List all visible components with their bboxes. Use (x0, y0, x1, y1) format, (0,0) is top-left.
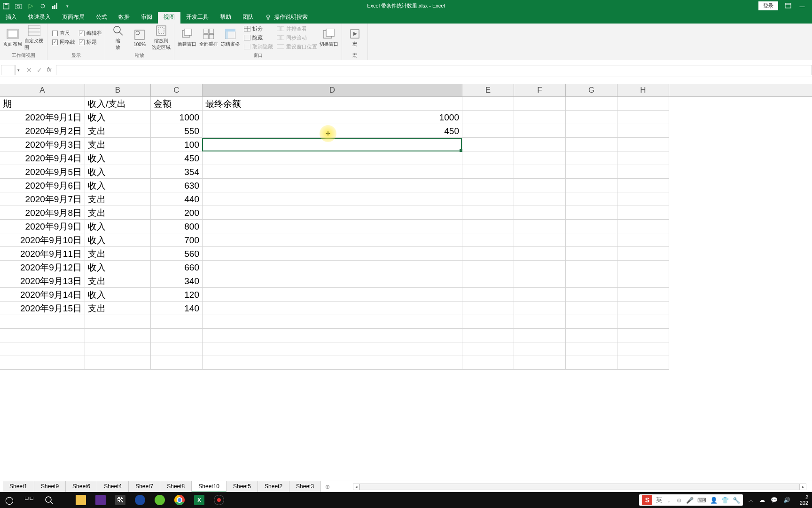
cell[interactable] (514, 274, 566, 288)
cell[interactable] (203, 288, 462, 302)
cell[interactable]: 560 (151, 247, 203, 261)
cell[interactable] (462, 179, 514, 192)
sheet-tab[interactable]: Sheet1 (3, 481, 34, 492)
cell[interactable] (203, 315, 462, 329)
cell[interactable]: 450 (151, 151, 203, 165)
cell[interactable] (617, 220, 669, 233)
cell[interactable]: 期 (0, 97, 85, 111)
gridlines-checkbox[interactable]: ✓网格线 (52, 39, 75, 46)
freeze-panes-button[interactable]: 冻结窗格 (220, 24, 240, 51)
cell[interactable]: 630 (151, 179, 203, 192)
col-head-e[interactable]: E (462, 84, 514, 96)
custom-views-button[interactable]: 自定义视图 (24, 24, 44, 51)
cell[interactable] (203, 151, 462, 165)
page-layout-view-button[interactable]: 页面布局 (3, 24, 23, 51)
cell[interactable] (462, 315, 514, 329)
cell[interactable] (462, 220, 514, 233)
cell[interactable] (514, 356, 566, 370)
cell[interactable] (462, 247, 514, 261)
cell[interactable] (617, 192, 669, 206)
zoom-button[interactable]: 缩 放 (108, 24, 128, 51)
split-button[interactable]: 拆分 (244, 25, 273, 32)
wechat-icon[interactable] (150, 493, 169, 507)
cell[interactable]: 支出 (85, 138, 151, 151)
cell[interactable] (566, 179, 617, 192)
cell[interactable] (203, 206, 462, 220)
cell[interactable] (617, 179, 669, 192)
cell[interactable] (617, 274, 669, 288)
cell[interactable] (617, 111, 669, 124)
cell[interactable] (0, 329, 85, 342)
cell[interactable] (462, 233, 514, 247)
cell[interactable] (203, 302, 462, 315)
cell[interactable] (514, 97, 566, 111)
cell[interactable] (566, 247, 617, 261)
hscroll-left-icon[interactable]: ◂ (353, 484, 359, 490)
cell[interactable]: 2020年9月1日 (0, 111, 85, 124)
cell[interactable] (566, 206, 617, 220)
cell[interactable] (462, 138, 514, 151)
chrome-icon[interactable] (170, 493, 189, 507)
cell[interactable]: 支出 (85, 302, 151, 315)
ruler-checkbox[interactable]: 直尺 (52, 30, 75, 37)
cell[interactable] (566, 329, 617, 342)
tab-page-layout[interactable]: 页面布局 (56, 11, 90, 24)
cell[interactable]: 340 (151, 274, 203, 288)
cell[interactable]: 2020年9月3日 (0, 138, 85, 151)
cell[interactable] (617, 288, 669, 302)
task-view-icon[interactable] (20, 493, 39, 507)
cell[interactable] (566, 138, 617, 151)
cell[interactable] (85, 342, 151, 356)
cell[interactable] (203, 261, 462, 274)
cell[interactable] (566, 274, 617, 288)
cell[interactable]: 2020年9月11日 (0, 247, 85, 261)
cell[interactable] (514, 151, 566, 165)
cell[interactable] (514, 329, 566, 342)
app-blue-icon[interactable] (131, 493, 149, 507)
cell[interactable] (617, 302, 669, 315)
tab-view[interactable]: 视图 (158, 11, 180, 24)
cell[interactable] (566, 288, 617, 302)
cell[interactable] (203, 233, 462, 247)
add-sheet-button[interactable]: ⊕ (321, 484, 334, 490)
tab-review[interactable]: 审阅 (135, 11, 158, 24)
taskbar-clock[interactable]: 2 202 (796, 494, 812, 506)
tab-team[interactable]: 团队 (237, 11, 259, 24)
sheet-tab[interactable]: Sheet9 (34, 481, 66, 492)
horizontal-scrollbar[interactable] (359, 484, 800, 490)
name-box-dropdown-icon[interactable]: ▾ (15, 65, 22, 75)
new-window-button[interactable]: 新建窗口 (177, 24, 197, 51)
cell[interactable] (617, 233, 669, 247)
cell[interactable] (566, 111, 617, 124)
tray-network-icon[interactable]: 💬 (771, 497, 778, 503)
cell[interactable]: 2020年9月13日 (0, 274, 85, 288)
sheet-tab[interactable]: Sheet2 (258, 481, 289, 492)
cell[interactable] (203, 179, 462, 192)
cell[interactable] (514, 111, 566, 124)
cell[interactable] (203, 192, 462, 206)
cell[interactable]: 2020年9月9日 (0, 220, 85, 233)
cell[interactable] (462, 206, 514, 220)
tray-onedrive-icon[interactable]: ☁ (759, 497, 765, 503)
cell[interactable]: 收入 (85, 288, 151, 302)
cell[interactable] (566, 192, 617, 206)
cell[interactable] (462, 124, 514, 138)
cell[interactable] (514, 179, 566, 192)
cell[interactable] (617, 247, 669, 261)
cell[interactable]: 800 (151, 220, 203, 233)
cell[interactable]: 收入 (85, 111, 151, 124)
cell[interactable] (462, 288, 514, 302)
cell[interactable] (85, 315, 151, 329)
cell[interactable] (514, 192, 566, 206)
hscroll-right-icon[interactable]: ▸ (800, 484, 806, 490)
cell[interactable] (0, 356, 85, 370)
zoom-100-button[interactable]: 100% (130, 24, 149, 51)
cell[interactable]: 120 (151, 288, 203, 302)
sheet-tab[interactable]: Sheet8 (160, 481, 192, 492)
cell[interactable] (617, 138, 669, 151)
cell[interactable] (566, 233, 617, 247)
cell[interactable] (462, 261, 514, 274)
cancel-icon[interactable]: ✕ (26, 66, 32, 74)
cell[interactable]: 收入 (85, 179, 151, 192)
cell[interactable] (566, 356, 617, 370)
